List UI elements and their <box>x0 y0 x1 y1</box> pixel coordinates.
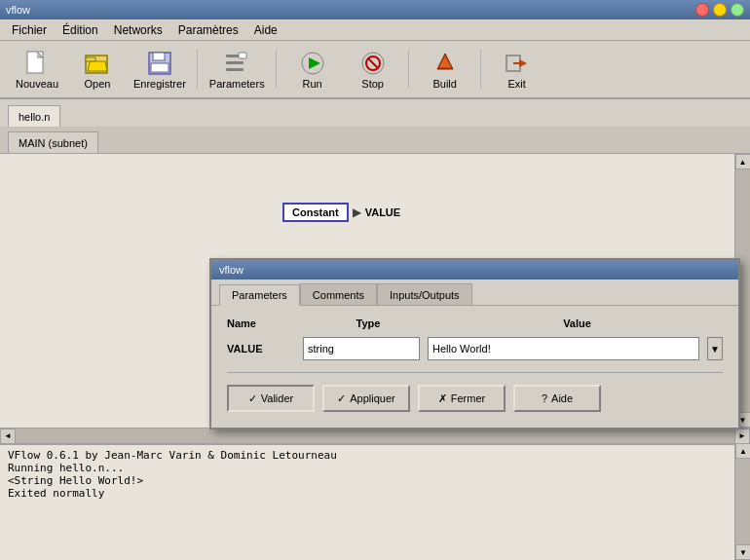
dialog-tabs: Parameters Comments Inputs/Outputs <box>211 280 738 306</box>
dialog-tab-comments[interactable]: Comments <box>300 283 377 305</box>
valider-button[interactable]: ✓ Valider <box>227 385 315 412</box>
fermer-button[interactable]: ✗ Fermer <box>418 385 506 412</box>
type-select[interactable]: string integer float boolean <box>303 337 420 360</box>
col-header-name: Name <box>227 317 305 329</box>
dialog-tab-parameters[interactable]: Parameters <box>219 284 300 306</box>
dialog-buttons: ✓ Valider ✓ Appliquer ✗ Fermer ? Aide <box>227 381 723 420</box>
dialog-tab-inputs-outputs[interactable]: Inputs/Outputs <box>377 283 472 305</box>
row-name-label: VALUE <box>227 343 295 355</box>
dialog-title-text: vflow <box>219 264 244 276</box>
value-dropdown-btn[interactable]: ▼ <box>707 337 723 360</box>
dialog-overlay: vflow Parameters Comments Inputs/Outputs… <box>0 0 750 560</box>
dialog-separator <box>227 372 723 373</box>
col-header-value: Value <box>431 317 723 329</box>
dialog-header-row: Name Type Value <box>227 314 723 333</box>
dialog-title-bar: vflow <box>211 260 738 280</box>
dialog-data-row: VALUE string integer float boolean ▼ <box>227 333 723 364</box>
value-input[interactable] <box>428 337 699 360</box>
app-container: vflow Fichier Édition Networks Paramètre… <box>0 0 750 560</box>
dialog-content: Name Type Value VALUE string integer flo… <box>211 306 738 428</box>
type-select-wrapper: string integer float boolean <box>303 337 420 360</box>
aide-button[interactable]: ? Aide <box>513 385 601 412</box>
col-header-type: Type <box>305 317 431 329</box>
dialog: vflow Parameters Comments Inputs/Outputs… <box>209 258 740 429</box>
appliquer-button[interactable]: ✓ Appliquer <box>322 385 410 412</box>
